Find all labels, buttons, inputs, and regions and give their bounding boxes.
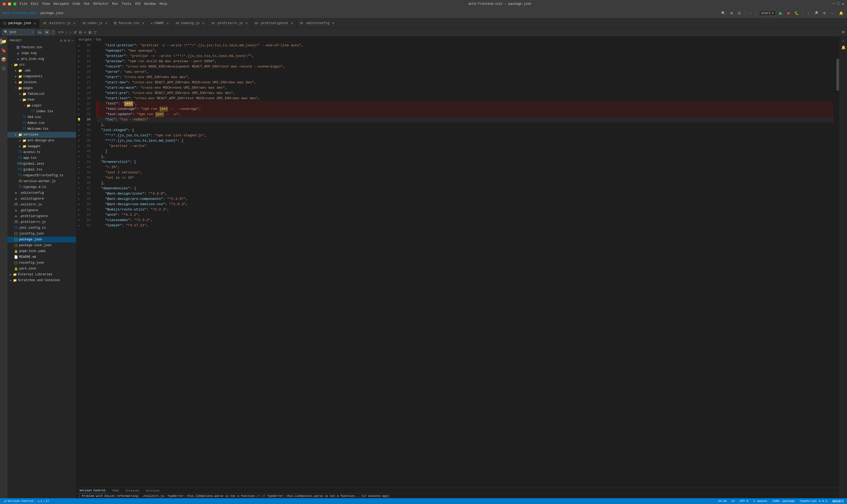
maximize-button[interactable]: [13, 2, 16, 5]
tab-close-favicon[interactable]: ✕: [142, 21, 144, 25]
tab-prettierignore[interactable]: JS .prettierignore ✕: [251, 19, 296, 28]
menu-code[interactable]: Code: [73, 2, 80, 6]
status-git[interactable]: ⎇ Version Control: [2, 498, 35, 504]
bottom-tab-services[interactable]: Services: [145, 488, 161, 494]
tab-index-js[interactable]: JS index.js ✕: [79, 19, 111, 28]
tree-item-tsconfig[interactable]: {} tsconfig.json: [7, 260, 76, 266]
bottom-tab-todo[interactable]: TODO: [111, 488, 120, 494]
tree-item-eslintrc[interactable]: JS .eslintrc.js: [7, 202, 76, 208]
status-indent[interactable]: 2 spaces: [752, 498, 769, 504]
tab-close-indexjs[interactable]: ✕: [105, 21, 107, 25]
menu-tools[interactable]: Tools: [122, 2, 131, 6]
menu-vue[interactable]: Vue: [84, 2, 90, 6]
tree-item-components[interactable]: ▶ 📁 components: [7, 74, 76, 79]
layout-btn[interactable]: ⊞: [729, 10, 735, 16]
tree-item-editorconfig[interactable]: ⚙ .editorconfig: [7, 190, 76, 196]
tree-item-eslintignore[interactable]: ⚙ .eslintignore: [7, 196, 76, 202]
tree-item-src[interactable]: ▾ 📂 src: [7, 62, 76, 68]
tab-editorconfig[interactable]: JS .editorconfig ✕: [296, 19, 338, 28]
tree-item-packagelockjson[interactable]: {} package-lock.json: [7, 242, 76, 248]
sidebar-expand-icon[interactable]: ⊞: [64, 38, 66, 43]
status-encoding[interactable]: UTF-8: [739, 498, 750, 504]
search-toolbar-btn[interactable]: 🔍: [720, 10, 727, 16]
tree-item-admin[interactable]: TS Admin.tsx: [7, 120, 76, 126]
tree-item-ant-design-pro[interactable]: ▶ 📁 ant-design-pro: [7, 138, 76, 143]
menu-help[interactable]: Help: [160, 2, 167, 6]
notifications-btn[interactable]: 🔔: [837, 10, 845, 16]
regex-btn[interactable]: .*: [51, 30, 55, 35]
tree-item-services[interactable]: ▶ 📁 services: [7, 132, 76, 138]
tree-item-globaltsx[interactable]: TS global.tsx: [7, 167, 76, 173]
sidebar-more-icon[interactable]: ⋯: [72, 38, 74, 43]
tree-item-prettierignore[interactable]: ⚙ .prettierignore: [7, 213, 76, 219]
more-btn[interactable]: ⋯: [829, 10, 836, 16]
tree-item-proicon[interactable]: ◈ pro_icon.svg: [7, 56, 76, 62]
scrollbar-thumb[interactable]: [836, 59, 839, 91]
project-name[interactable]: antd-frontend-init: [2, 12, 37, 15]
tree-item-login[interactable]: ▾ 📂 Login: [7, 103, 76, 109]
search-wrap-btn[interactable]: ↺: [73, 30, 77, 34]
debug-button[interactable]: 🐛: [793, 10, 800, 16]
tree-item-login-indextsx[interactable]: TS index.tsx: [7, 109, 76, 114]
search-case-btn[interactable]: ≈: [84, 30, 87, 34]
tab-prettierrc[interactable]: JS .prettierrc.js ✕: [208, 19, 251, 28]
menu-run[interactable]: Run: [112, 2, 118, 6]
status-typescript[interactable]: TypeScript 4.9.5: [798, 498, 828, 504]
search-clear-button[interactable]: ✕: [31, 30, 33, 34]
menu-vcs[interactable]: VCS: [135, 2, 141, 6]
tree-item-globalless[interactable]: CSS global.less: [7, 161, 76, 167]
activity-npm[interactable]: 📦: [1, 57, 6, 62]
tree-item-umi[interactable]: ▶ 📁 .umi: [7, 68, 76, 74]
settings-btn[interactable]: ⚙: [821, 10, 828, 16]
menu-window[interactable]: Window: [144, 2, 156, 6]
tab-loadingjs[interactable]: JS loading.js ✕: [172, 19, 208, 28]
tree-item-apptsx[interactable]: TS app.tsx: [7, 155, 76, 161]
search-prev-btn[interactable]: ↑: [65, 30, 68, 34]
tree-item-external-libs[interactable]: ▶ 📁 External Libraries: [7, 272, 76, 277]
tree-item-packagejson[interactable]: {} package.json: [7, 237, 76, 242]
tree-item-prettierrc[interactable]: JS .prettierrc.js: [7, 219, 76, 225]
bottom-tab-terminal[interactable]: Terminal: [124, 488, 140, 494]
tab-close-prettierrc[interactable]: ✕: [245, 21, 248, 25]
whole-word-btn[interactable]: W: [44, 30, 50, 35]
activity-bookmarks[interactable]: 🔖: [1, 48, 6, 53]
tree-item-serviceworker[interactable]: JS service-worker.js: [7, 178, 76, 184]
start-dropdown[interactable]: start ▾: [759, 10, 776, 16]
tab-eslintrc[interactable]: JS .eslintrc.js ✕: [39, 19, 79, 28]
tree-item-scratches[interactable]: ▶ 📁 Scratches and Consoles: [7, 277, 76, 283]
code-content[interactable]: "lint:prettier": "prettier -c --write \"…: [95, 43, 836, 488]
tab-cname[interactable]: ★ CNAME ✕: [148, 19, 172, 28]
tree-item-readme[interactable]: 📄 README.md: [7, 254, 76, 260]
tree-item-locales[interactable]: ▶ 📁 locales: [7, 79, 76, 85]
search-more-btn[interactable]: ▽: [93, 30, 97, 34]
run-button[interactable]: ▶: [778, 10, 784, 16]
notif-check-icon[interactable]: ✓: [842, 39, 844, 43]
stop-button[interactable]: ■: [786, 10, 791, 16]
menu-file[interactable]: File: [20, 2, 27, 6]
menu-refactor[interactable]: Refactor: [93, 2, 109, 6]
tab-favicon[interactable]: 🖼 favicon.ico ✕: [111, 19, 148, 28]
search-global-btn[interactable]: 🔎: [812, 10, 820, 16]
tree-item-requesterror[interactable]: TS requestErrorConfig.ts: [7, 173, 76, 178]
activity-structure[interactable]: ☰: [1, 66, 6, 71]
tree-item-gitignore[interactable]: ⚙ .gitignore: [7, 208, 76, 213]
minimize-button[interactable]: [8, 2, 11, 5]
tree-item-pages[interactable]: ▾ 📂 pages: [7, 85, 76, 91]
close-button[interactable]: [3, 2, 6, 5]
menu-view[interactable]: View: [42, 2, 50, 6]
match-case-btn[interactable]: Aa: [37, 30, 42, 35]
sidebar-settings-icon[interactable]: ⚙: [60, 38, 62, 43]
scrollbar-track[interactable]: [836, 43, 840, 488]
tree-item-welcome[interactable]: TS Welcome.tsx: [7, 126, 76, 132]
vcs-btn[interactable]: ↕: [806, 10, 811, 16]
search-layout-btn[interactable]: ⊞: [88, 30, 92, 34]
split-btn[interactable]: ⊟: [736, 10, 742, 16]
activity-project[interactable]: 📁: [1, 39, 6, 44]
tab-close-cname[interactable]: ✕: [166, 21, 168, 25]
status-filetype[interactable]: JSON: package: [771, 498, 796, 504]
menu-navigate[interactable]: Navigate: [53, 2, 69, 6]
search-close-button[interactable]: ✕: [842, 30, 845, 35]
tab-close-eslintrc[interactable]: ✕: [73, 21, 75, 25]
menu-edit[interactable]: Edit: [31, 2, 39, 6]
tree-item-jsconfig[interactable]: {} jsconfig.json: [7, 231, 76, 237]
